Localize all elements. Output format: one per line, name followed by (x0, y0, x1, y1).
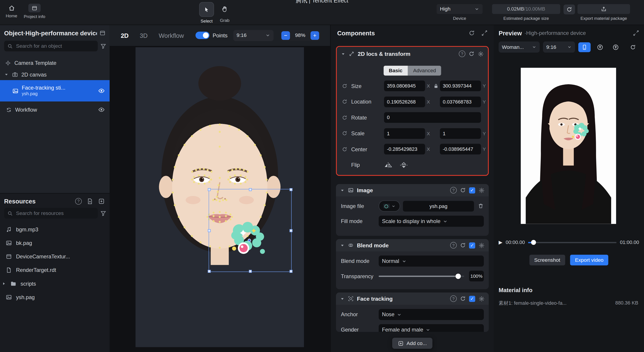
center-y-input[interactable] (440, 146, 481, 152)
slider-knob[interactable] (456, 274, 461, 279)
resource-item[interactable]: bk.pag (0, 236, 110, 250)
sync-icon[interactable] (469, 51, 474, 57)
fill-mode-select[interactable]: Scale to display in whole (379, 216, 484, 227)
help-icon[interactable] (450, 242, 457, 248)
marker-button-2[interactable] (610, 42, 622, 52)
canvas-viewport[interactable] (136, 47, 304, 347)
help-icon[interactable] (450, 295, 457, 302)
reset-icon[interactable] (342, 146, 348, 152)
tree-item-face-tracking-sticker[interactable]: Face-tracking sti... ysh.pag (0, 80, 110, 102)
timeline-knob[interactable] (531, 240, 536, 245)
timeline-slider[interactable] (528, 242, 616, 243)
collapse-panel-icon[interactable] (633, 30, 639, 36)
basic-tab[interactable]: Basic (384, 66, 408, 76)
advanced-tab[interactable]: Advanced (408, 66, 441, 76)
selection-handle[interactable] (290, 188, 292, 191)
chevron-down-icon[interactable] (4, 72, 8, 76)
resource-item[interactable]: RenderTarget.rdt (0, 263, 110, 277)
rotate-input[interactable] (384, 114, 481, 120)
tab-3d[interactable]: 3D (140, 32, 148, 39)
collapse-panel-icon[interactable] (481, 30, 488, 36)
scale-x-input[interactable] (384, 130, 425, 136)
tree-item-2d-canvas[interactable]: 2D canvas (0, 69, 110, 80)
chevron-down-icon[interactable] (340, 296, 344, 301)
image-file-value[interactable]: ysh.pag (403, 201, 474, 211)
location-y-input[interactable] (440, 99, 481, 105)
zoom-out-button[interactable] (281, 31, 290, 40)
sync-icon[interactable] (460, 296, 466, 302)
select-tool[interactable]: Select (199, 2, 214, 24)
scale-y-input[interactable] (440, 130, 481, 136)
home-button[interactable]: Home (4, 4, 20, 18)
sync-icon[interactable] (460, 242, 466, 248)
resource-item-folder[interactable]: scripts (0, 277, 110, 290)
selection-handle[interactable] (208, 229, 211, 232)
center-x-input[interactable] (384, 146, 425, 152)
zoom-in-button[interactable] (310, 31, 319, 40)
chevron-right-icon[interactable] (2, 281, 6, 286)
add-component-button[interactable]: Add co... (392, 338, 433, 348)
tab-workflow[interactable]: Workflow (159, 32, 184, 39)
object-search-input[interactable] (15, 43, 94, 49)
sync-icon[interactable] (460, 187, 466, 193)
resource-item[interactable]: bgm.mp3 (0, 222, 110, 236)
chevron-down-icon[interactable] (340, 188, 344, 192)
marker-button-1[interactable] (594, 42, 606, 52)
lock-icon[interactable] (433, 83, 438, 89)
flip-vertical-icon[interactable] (400, 162, 408, 168)
enabled-checkbox[interactable] (469, 242, 475, 248)
play-button[interactable] (499, 240, 502, 245)
reset-icon[interactable] (342, 130, 348, 136)
phone-preview-button[interactable] (578, 42, 591, 52)
add-resource-icon[interactable] (98, 198, 105, 204)
selection-handle[interactable] (208, 270, 211, 273)
filter-icon[interactable] (100, 43, 106, 49)
tab-2d[interactable]: 2D (121, 32, 129, 39)
export-package-button[interactable] (578, 4, 630, 14)
help-icon[interactable] (450, 187, 457, 194)
preview-video[interactable] (521, 68, 616, 224)
size-y-input[interactable] (440, 83, 481, 89)
chevron-down-icon[interactable] (341, 52, 346, 56)
sync-icon[interactable] (469, 30, 475, 36)
image-thumb-select[interactable] (379, 200, 400, 212)
filter-icon[interactable] (100, 210, 106, 216)
eye-icon[interactable] (98, 88, 105, 94)
selection-handle[interactable] (290, 270, 292, 273)
chevron-down-icon[interactable] (340, 243, 344, 248)
selection-handle[interactable] (249, 188, 252, 191)
grab-tool[interactable]: Grab (218, 2, 232, 22)
refresh-package-button[interactable] (564, 4, 575, 14)
reset-icon[interactable] (342, 115, 348, 120)
gear-icon[interactable] (478, 187, 484, 193)
reset-icon[interactable] (342, 99, 348, 104)
gender-select[interactable]: Female and male (379, 324, 484, 332)
resource-item[interactable]: ysh.pag (0, 290, 110, 304)
resource-item[interactable]: DeviceCameraTextur... (0, 250, 110, 263)
preview-aspect-select[interactable]: 9:16 (543, 42, 575, 52)
transparency-slider[interactable] (379, 276, 464, 276)
enabled-checkbox[interactable] (469, 187, 475, 193)
export-video-button[interactable]: Export video (570, 255, 608, 265)
tree-item-camera-template[interactable]: Camera Template (0, 57, 110, 69)
reset-icon[interactable] (342, 83, 348, 89)
gear-icon[interactable] (478, 51, 484, 57)
size-x-input[interactable] (384, 83, 425, 89)
new-file-icon[interactable] (87, 198, 93, 204)
gear-icon[interactable] (478, 296, 484, 302)
points-toggle[interactable] (195, 32, 209, 39)
enabled-checkbox[interactable] (469, 296, 475, 302)
help-icon[interactable] (459, 51, 465, 57)
tree-item-workflow[interactable]: Workflow (0, 104, 110, 116)
screenshot-button[interactable]: Screenshot (529, 255, 565, 265)
model-select[interactable]: Woman... (499, 42, 540, 52)
device-quality-select[interactable]: High (436, 4, 482, 14)
help-icon[interactable] (75, 198, 82, 204)
refresh-preview-button[interactable] (627, 42, 639, 52)
flip-horizontal-icon[interactable] (384, 162, 392, 168)
aspect-ratio-select[interactable]: 9:16 (233, 30, 274, 41)
selection-handle[interactable] (290, 229, 292, 232)
panel-layout-icon[interactable] (100, 30, 106, 36)
resources-search-input[interactable] (15, 210, 94, 216)
selection-handle[interactable] (249, 270, 252, 273)
